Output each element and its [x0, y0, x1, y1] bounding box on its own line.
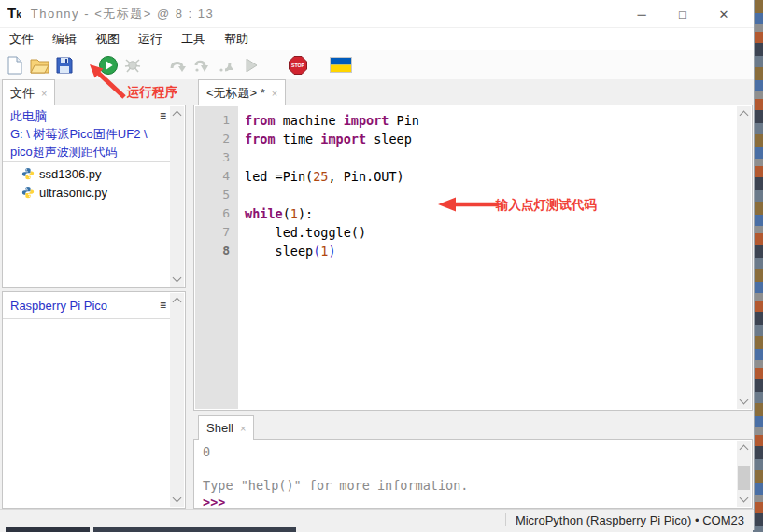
code-line-1[interactable]: from machine import Pin	[245, 111, 737, 130]
file-item[interactable]: ultrasonic.py	[3, 183, 171, 202]
file-item[interactable]: ssd1306.py	[3, 164, 171, 183]
menu-bar: 文件编辑视图运行工具帮助	[0, 28, 754, 50]
files-panel: 此电脑 G: \ 树莓派Pico固件UF2 \ pico超声波测距代码 ssd1…	[2, 105, 186, 288]
this-computer-item[interactable]: 此电脑	[3, 107, 185, 125]
pico-divider	[3, 318, 171, 319]
shell-prompt[interactable]: >>>	[203, 494, 737, 511]
thonny-window: Tk Thonny - <无标题> @ 8 : 13 ─ □ ✕ 文件编辑视图运…	[0, 0, 755, 530]
step-over-icon	[169, 57, 188, 74]
code-line-3[interactable]	[245, 148, 737, 167]
files-menu-button[interactable]: ≡	[160, 110, 166, 121]
step-out-button[interactable]	[217, 55, 237, 76]
new-file-button[interactable]	[5, 55, 25, 76]
file-list: ssd1306.pyultrasonic.py	[3, 164, 171, 202]
step-into-button[interactable]	[192, 55, 213, 76]
step-into-icon	[193, 57, 212, 74]
path-line-2[interactable]: pico超声波测距代码	[3, 143, 185, 161]
shell-panel: 0 Type "help()" for more information.>>>	[193, 439, 753, 509]
scroll-down-button[interactable]	[737, 395, 751, 409]
code-line-4[interactable]: led =Pin(25, Pin.OUT)	[245, 167, 737, 186]
open-file-button[interactable]	[29, 55, 49, 76]
resume-button[interactable]	[241, 55, 261, 76]
svg-text:STOP: STOP	[291, 63, 305, 68]
files-scrollbar[interactable]	[170, 106, 184, 287]
python-file-icon	[21, 186, 35, 199]
stop-sign-icon: STOP	[288, 55, 308, 76]
status-separator	[505, 513, 506, 526]
scroll-up-button[interactable]	[737, 441, 751, 455]
thonny-logo-icon: Tk	[7, 6, 21, 21]
line-number: 1	[195, 111, 238, 130]
line-number: 7	[195, 223, 238, 242]
window-controls: ─ □ ✕	[621, 0, 744, 28]
editor-panel: 12345678 from machine import Pinfrom tim…	[193, 105, 753, 411]
shell-output-line: Type "help()" for more information.	[203, 477, 737, 494]
code-editor[interactable]: from machine import Pinfrom time import …	[238, 106, 737, 409]
shell-output-line	[203, 460, 737, 477]
pico-panel-title[interactable]: Raspberry Pi Pico	[3, 297, 185, 315]
pico-scrollbar[interactable]	[170, 293, 184, 507]
pico-panel: Raspberry Pi Pico ≡	[2, 291, 186, 509]
editor-tab-label: <无标题> *	[206, 85, 265, 102]
pico-menu-button[interactable]: ≡	[160, 300, 166, 311]
shell-output-line: 0	[203, 443, 737, 460]
editor-tab[interactable]: <无标题> * ×	[198, 79, 286, 105]
window-title: Thonny - <无标题> @ 8 : 13	[31, 6, 215, 22]
code-line-8[interactable]: sleep(1)	[245, 242, 737, 260]
files-tab-label: 文件	[10, 85, 35, 102]
shell-tab[interactable]: Shell ×	[198, 415, 254, 440]
file-name: ssd1306.py	[39, 167, 102, 181]
menu-item-1[interactable]: 编辑	[43, 28, 86, 50]
menu-item-0[interactable]: 文件	[0, 28, 43, 50]
ukraine-flag-button[interactable]	[329, 55, 353, 76]
line-number: 6	[195, 204, 238, 223]
code-annotation-arrow	[432, 192, 502, 217]
resume-play-icon	[243, 57, 260, 74]
scroll-thumb[interactable]	[738, 466, 750, 490]
taskbar-strip	[6, 527, 90, 532]
scroll-up-button[interactable]	[170, 293, 184, 307]
shell-tab-close-icon[interactable]: ×	[240, 423, 246, 434]
menu-item-4[interactable]: 工具	[172, 28, 215, 50]
shell-output[interactable]: 0 Type "help()" for more information.>>>	[195, 441, 737, 507]
path-line-1[interactable]: G: \ 树莓派Pico固件UF2 \	[3, 125, 185, 143]
scroll-down-button[interactable]	[170, 273, 184, 287]
code-annotation-label: 输入点灯测试代码	[496, 197, 597, 214]
files-divider	[3, 161, 171, 162]
python-file-icon	[21, 167, 35, 180]
line-number: 4	[195, 167, 238, 186]
backend-status[interactable]: MicroPython (Raspberry Pi Pico) • COM23	[516, 513, 744, 527]
line-number: 2	[195, 130, 238, 148]
taskbar-strip	[93, 527, 296, 532]
scroll-up-button[interactable]	[737, 106, 751, 120]
run-annotation-label: 运行程序	[127, 84, 177, 101]
code-line-2[interactable]: from time import sleep	[245, 130, 737, 148]
line-number: 3	[195, 148, 238, 167]
shell-tab-label: Shell	[206, 421, 233, 435]
editor-tab-close-icon[interactable]: ×	[272, 88, 277, 99]
shell-scrollbar[interactable]	[737, 441, 751, 507]
menu-item-2[interactable]: 视图	[86, 28, 129, 50]
minimize-button[interactable]: ─	[621, 0, 662, 28]
maximize-button[interactable]: □	[662, 0, 703, 28]
editor-scrollbar[interactable]	[737, 106, 751, 409]
files-tab[interactable]: 文件 ×	[2, 79, 55, 105]
scroll-down-button[interactable]	[170, 493, 184, 507]
scroll-down-button[interactable]	[737, 493, 751, 507]
menu-item-3[interactable]: 运行	[129, 28, 172, 50]
close-button[interactable]: ✕	[703, 0, 744, 28]
file-name: ultrasonic.py	[39, 186, 107, 200]
title-bar[interactable]: Tk Thonny - <无标题> @ 8 : 13 ─ □ ✕	[0, 0, 754, 28]
code-line-7[interactable]: led.toggle()	[245, 223, 737, 242]
step-over-button[interactable]	[168, 55, 189, 76]
save-floppy-icon	[56, 57, 73, 74]
files-tab-close-icon[interactable]: ×	[41, 88, 47, 99]
stop-restart-button[interactable]: STOP	[288, 55, 308, 76]
new-file-icon	[7, 56, 23, 75]
open-folder-icon	[30, 57, 49, 74]
save-file-button[interactable]	[54, 55, 75, 76]
menu-item-5[interactable]: 帮助	[215, 28, 258, 50]
line-number: 8	[195, 242, 238, 260]
scroll-up-button[interactable]	[170, 106, 184, 120]
line-number: 5	[195, 186, 238, 204]
